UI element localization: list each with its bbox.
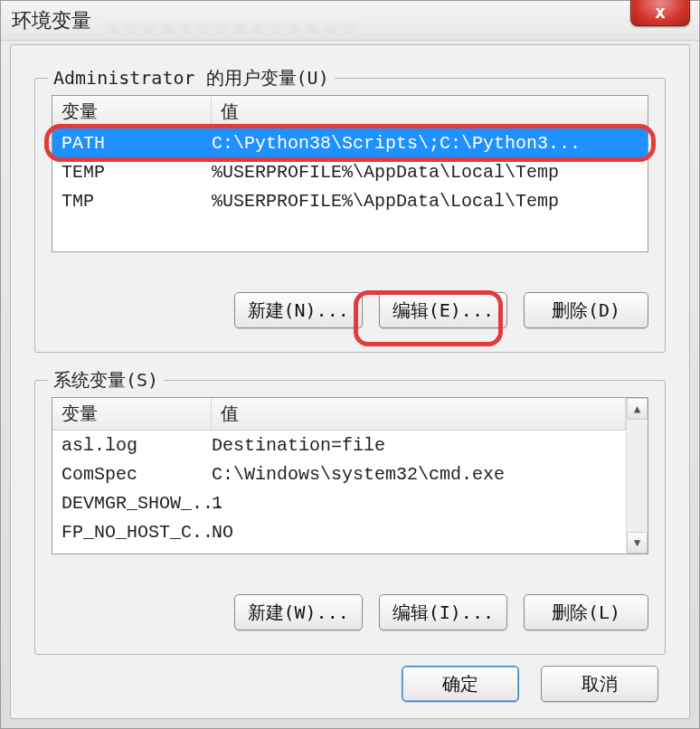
var-name: TMP <box>52 191 212 212</box>
var-value: 1 <box>212 493 626 514</box>
user-button-row: 新建(N)... 编辑(E)... 删除(D) <box>35 285 648 336</box>
sys-listview-rows: asl.log Destination=file ComSpec C:\Wind… <box>52 431 626 554</box>
var-name: DEVMGR_SHOW_... <box>52 493 212 514</box>
dialog-footer: 确定 取消 <box>402 666 658 702</box>
dialog-body: Administrator 的用户变量(U) 变量 值 PATH C:\Pyth… <box>10 44 690 719</box>
col-header-name[interactable]: 变量 <box>52 398 212 430</box>
table-row[interactable]: TMP %USERPROFILE%\AppData\Local\Temp <box>52 186 648 215</box>
user-new-button[interactable]: 新建(N)... <box>234 292 363 328</box>
col-header-value[interactable]: 值 <box>212 398 626 430</box>
var-value: NO <box>212 522 626 543</box>
sys-button-row: 新建(W)... 编辑(I)... 删除(L) <box>35 587 648 638</box>
table-row[interactable]: ComSpec C:\Windows\system32\cmd.exe <box>52 459 626 488</box>
col-header-name[interactable]: 变量 <box>52 96 212 128</box>
var-name: PATH <box>52 133 212 154</box>
col-header-value[interactable]: 值 <box>212 96 648 128</box>
table-row[interactable]: DEVMGR_SHOW_... 1 <box>52 488 626 517</box>
cancel-button[interactable]: 取消 <box>541 666 658 702</box>
var-name: TEMP <box>52 162 212 183</box>
sys-vars-listview[interactable]: 变量 值 asl.log Destination=file ComSpec C:… <box>52 397 648 554</box>
var-value: %USERPROFILE%\AppData\Local\Temp <box>212 191 648 212</box>
env-vars-dialog: 环境变量 。。。。。。。。。。。。。。 x Administrator 的用户变… <box>0 0 700 729</box>
ok-button[interactable]: 确定 <box>402 666 519 702</box>
user-variables-group: Administrator 的用户变量(U) 变量 值 PATH C:\Pyth… <box>34 78 666 353</box>
var-value: Destination=file <box>212 435 626 456</box>
user-edit-button[interactable]: 编辑(E)... <box>379 292 507 328</box>
table-row[interactable]: FP_NO_HOST_C... NO <box>52 517 626 546</box>
titlebar[interactable]: 环境变量 。。。。。。。。。。。。。。 x <box>1 1 699 41</box>
var-value: %USERPROFILE%\AppData\Local\Temp <box>212 162 648 183</box>
var-value: C:\Python38\Scripts\;C:\Python3... <box>212 133 648 154</box>
user-vars-listview[interactable]: 变量 值 PATH C:\Python38\Scripts\;C:\Python… <box>52 95 648 252</box>
scroll-down-icon[interactable]: ▼ <box>627 532 648 554</box>
sys-scrollbar[interactable]: ▲ ▼ <box>626 398 648 554</box>
user-group-legend: Administrator 的用户变量(U) <box>48 66 335 90</box>
sys-listview-header: 变量 值 <box>52 398 648 431</box>
sys-edit-button[interactable]: 编辑(I)... <box>379 594 507 630</box>
scroll-up-icon[interactable]: ▲ <box>627 398 648 420</box>
table-row[interactable]: PATH C:\Python38\Scripts\;C:\Python3... <box>52 128 648 157</box>
var-name: ComSpec <box>52 464 212 485</box>
user-delete-button[interactable]: 删除(D) <box>524 292 648 328</box>
sys-new-button[interactable]: 新建(W)... <box>234 594 363 630</box>
close-button[interactable]: x <box>630 0 690 26</box>
user-listview-header: 变量 值 <box>52 96 648 128</box>
close-icon: x <box>655 1 666 23</box>
blurred-background-text: 。。。。。。。。。。。。。。 <box>109 10 489 33</box>
user-listview-rows: PATH C:\Python38\Scripts\;C:\Python3... … <box>52 128 648 251</box>
window-title: 环境变量 <box>12 7 91 34</box>
var-value: C:\Windows\system32\cmd.exe <box>212 464 626 485</box>
table-row[interactable]: asl.log Destination=file <box>52 431 626 459</box>
var-name: asl.log <box>52 435 212 456</box>
sys-delete-button[interactable]: 删除(L) <box>524 594 648 630</box>
sys-group-legend: 系统变量(S) <box>48 368 164 393</box>
system-variables-group: 系统变量(S) 变量 值 asl.log Destination=file Co… <box>34 380 666 655</box>
var-name: FP_NO_HOST_C... <box>52 522 212 543</box>
table-row[interactable]: TEMP %USERPROFILE%\AppData\Local\Temp <box>52 157 648 186</box>
